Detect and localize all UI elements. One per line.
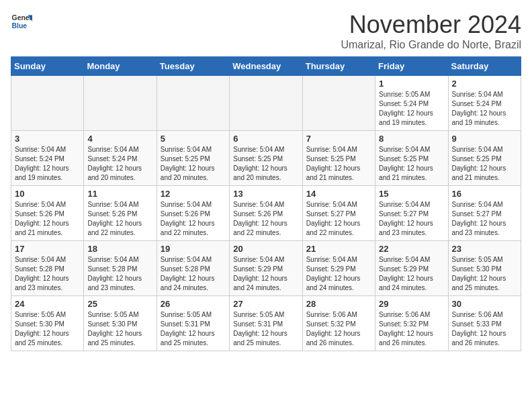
calendar-cell: 28Sunrise: 5:06 AM Sunset: 5:32 PM Dayli…: [302, 296, 375, 351]
day-number: 10: [15, 189, 80, 199]
day-number: 3: [15, 134, 80, 144]
day-number: 1: [379, 79, 444, 89]
day-number: 22: [379, 244, 444, 254]
calendar-cell: 24Sunrise: 5:05 AM Sunset: 5:30 PM Dayli…: [11, 296, 84, 351]
calendar-cell: [11, 76, 84, 131]
day-info: Sunrise: 5:04 AM Sunset: 5:27 PM Dayligh…: [306, 200, 371, 238]
calendar-cell: 13Sunrise: 5:04 AM Sunset: 5:26 PM Dayli…: [230, 186, 302, 241]
calendar-cell: 3Sunrise: 5:04 AM Sunset: 5:24 PM Daylig…: [11, 131, 84, 186]
calendar-cell: [302, 76, 375, 131]
calendar-cell: 26Sunrise: 5:05 AM Sunset: 5:31 PM Dayli…: [157, 296, 229, 351]
calendar-cell: 16Sunrise: 5:04 AM Sunset: 5:27 PM Dayli…: [448, 186, 521, 241]
day-number: 24: [15, 299, 80, 309]
day-number: 14: [306, 189, 371, 199]
weekday-header-thursday: Thursday: [302, 57, 375, 76]
day-info: Sunrise: 5:04 AM Sunset: 5:25 PM Dayligh…: [161, 145, 226, 183]
day-info: Sunrise: 5:05 AM Sunset: 5:24 PM Dayligh…: [379, 90, 444, 128]
weekday-header-friday: Friday: [375, 57, 448, 76]
calendar-cell: [230, 76, 302, 131]
day-info: Sunrise: 5:06 AM Sunset: 5:32 PM Dayligh…: [379, 310, 444, 348]
day-number: 16: [452, 189, 517, 199]
day-number: 29: [379, 299, 444, 309]
weekday-header-monday: Monday: [84, 57, 157, 76]
day-number: 13: [233, 189, 298, 199]
day-info: Sunrise: 5:04 AM Sunset: 5:28 PM Dayligh…: [161, 255, 226, 293]
calendar-cell: 8Sunrise: 5:04 AM Sunset: 5:25 PM Daylig…: [375, 131, 448, 186]
day-number: 18: [87, 244, 152, 254]
calendar-cell: 9Sunrise: 5:04 AM Sunset: 5:25 PM Daylig…: [448, 131, 521, 186]
day-info: Sunrise: 5:04 AM Sunset: 5:28 PM Dayligh…: [87, 255, 152, 293]
day-number: 11: [87, 189, 152, 199]
day-info: Sunrise: 5:04 AM Sunset: 5:26 PM Dayligh…: [15, 200, 80, 238]
weekday-header-sunday: Sunday: [11, 57, 84, 76]
weekday-header-tuesday: Tuesday: [157, 57, 229, 76]
calendar-cell: 25Sunrise: 5:05 AM Sunset: 5:30 PM Dayli…: [84, 296, 157, 351]
calendar-cell: [157, 76, 229, 131]
calendar-table: SundayMondayTuesdayWednesdayThursdayFrid…: [11, 56, 521, 351]
day-number: 25: [87, 299, 152, 309]
day-number: 9: [452, 134, 517, 144]
day-info: Sunrise: 5:04 AM Sunset: 5:26 PM Dayligh…: [233, 200, 298, 238]
week-row-4: 17Sunrise: 5:04 AM Sunset: 5:28 PM Dayli…: [11, 241, 521, 296]
day-number: 5: [161, 134, 226, 144]
day-info: Sunrise: 5:04 AM Sunset: 5:25 PM Dayligh…: [452, 145, 517, 183]
title-section: November 2024 Umarizal, Rio Grande do No…: [341, 11, 521, 51]
calendar-cell: 11Sunrise: 5:04 AM Sunset: 5:26 PM Dayli…: [84, 186, 157, 241]
calendar-cell: 18Sunrise: 5:04 AM Sunset: 5:28 PM Dayli…: [84, 241, 157, 296]
day-number: 23: [452, 244, 517, 254]
day-info: Sunrise: 5:04 AM Sunset: 5:24 PM Dayligh…: [15, 145, 80, 183]
day-info: Sunrise: 5:04 AM Sunset: 5:28 PM Dayligh…: [15, 255, 80, 293]
calendar-cell: 23Sunrise: 5:05 AM Sunset: 5:30 PM Dayli…: [448, 241, 521, 296]
day-info: Sunrise: 5:05 AM Sunset: 5:30 PM Dayligh…: [452, 255, 517, 293]
weekday-header-saturday: Saturday: [448, 57, 521, 76]
day-info: Sunrise: 5:04 AM Sunset: 5:27 PM Dayligh…: [379, 200, 444, 238]
day-number: 21: [306, 244, 371, 254]
day-info: Sunrise: 5:05 AM Sunset: 5:30 PM Dayligh…: [15, 310, 80, 348]
location-title: Umarizal, Rio Grande do Norte, Brazil: [341, 39, 521, 51]
day-info: Sunrise: 5:05 AM Sunset: 5:30 PM Dayligh…: [87, 310, 152, 348]
svg-text:Blue: Blue: [12, 22, 28, 30]
calendar-cell: 21Sunrise: 5:04 AM Sunset: 5:29 PM Dayli…: [302, 241, 375, 296]
day-info: Sunrise: 5:04 AM Sunset: 5:24 PM Dayligh…: [87, 145, 152, 183]
calendar-cell: 27Sunrise: 5:05 AM Sunset: 5:31 PM Dayli…: [230, 296, 302, 351]
day-number: 20: [233, 244, 298, 254]
calendar-cell: 29Sunrise: 5:06 AM Sunset: 5:32 PM Dayli…: [375, 296, 448, 351]
logo-icon: General Blue: [11, 11, 32, 32]
day-info: Sunrise: 5:04 AM Sunset: 5:24 PM Dayligh…: [452, 90, 517, 128]
calendar-cell: 1Sunrise: 5:05 AM Sunset: 5:24 PM Daylig…: [375, 76, 448, 131]
day-info: Sunrise: 5:04 AM Sunset: 5:29 PM Dayligh…: [233, 255, 298, 293]
calendar-cell: [84, 76, 157, 131]
day-info: Sunrise: 5:04 AM Sunset: 5:25 PM Dayligh…: [306, 145, 371, 183]
calendar-cell: 30Sunrise: 5:06 AM Sunset: 5:33 PM Dayli…: [448, 296, 521, 351]
day-info: Sunrise: 5:05 AM Sunset: 5:31 PM Dayligh…: [161, 310, 226, 348]
week-row-3: 10Sunrise: 5:04 AM Sunset: 5:26 PM Dayli…: [11, 186, 521, 241]
day-number: 8: [379, 134, 444, 144]
day-info: Sunrise: 5:04 AM Sunset: 5:29 PM Dayligh…: [306, 255, 371, 293]
day-info: Sunrise: 5:04 AM Sunset: 5:25 PM Dayligh…: [379, 145, 444, 183]
logo: General Blue: [11, 11, 32, 32]
weekday-header-wednesday: Wednesday: [230, 57, 302, 76]
day-number: 4: [87, 134, 152, 144]
day-number: 15: [379, 189, 444, 199]
calendar-cell: 5Sunrise: 5:04 AM Sunset: 5:25 PM Daylig…: [157, 131, 229, 186]
calendar-cell: 19Sunrise: 5:04 AM Sunset: 5:28 PM Dayli…: [157, 241, 229, 296]
calendar-cell: 10Sunrise: 5:04 AM Sunset: 5:26 PM Dayli…: [11, 186, 84, 241]
day-number: 30: [452, 299, 517, 309]
calendar-cell: 12Sunrise: 5:04 AM Sunset: 5:26 PM Dayli…: [157, 186, 229, 241]
weekday-header-row: SundayMondayTuesdayWednesdayThursdayFrid…: [11, 57, 521, 76]
day-info: Sunrise: 5:06 AM Sunset: 5:32 PM Dayligh…: [306, 310, 371, 348]
day-number: 12: [161, 189, 226, 199]
header: General Blue November 2024 Umarizal, Rio…: [11, 11, 521, 51]
calendar-cell: 7Sunrise: 5:04 AM Sunset: 5:25 PM Daylig…: [302, 131, 375, 186]
day-number: 2: [452, 79, 517, 89]
week-row-2: 3Sunrise: 5:04 AM Sunset: 5:24 PM Daylig…: [11, 131, 521, 186]
day-number: 19: [161, 244, 226, 254]
calendar-cell: 22Sunrise: 5:04 AM Sunset: 5:29 PM Dayli…: [375, 241, 448, 296]
calendar-cell: 4Sunrise: 5:04 AM Sunset: 5:24 PM Daylig…: [84, 131, 157, 186]
calendar-cell: 14Sunrise: 5:04 AM Sunset: 5:27 PM Dayli…: [302, 186, 375, 241]
calendar-cell: 2Sunrise: 5:04 AM Sunset: 5:24 PM Daylig…: [448, 76, 521, 131]
day-number: 17: [15, 244, 80, 254]
day-number: 6: [233, 134, 298, 144]
day-number: 27: [233, 299, 298, 309]
day-info: Sunrise: 5:04 AM Sunset: 5:29 PM Dayligh…: [379, 255, 444, 293]
